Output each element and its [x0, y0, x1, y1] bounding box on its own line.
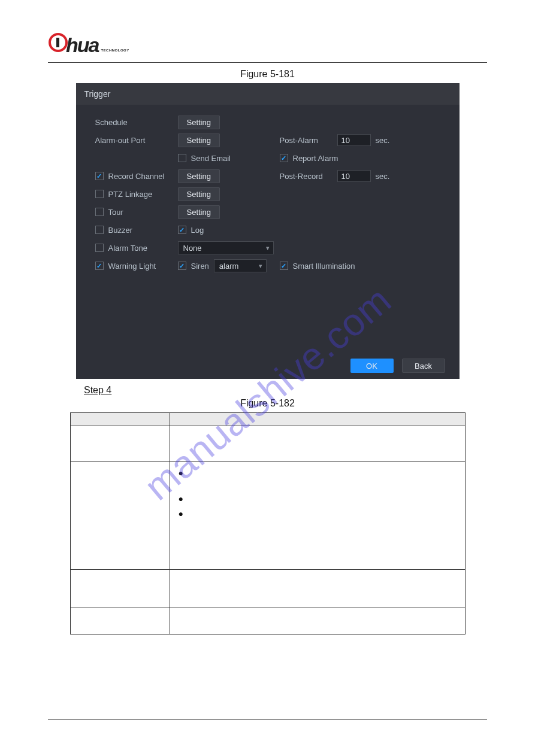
label-alarm-tone: Alarm Tone	[108, 244, 148, 253]
schedule-setting-button[interactable]: Setting	[178, 116, 220, 129]
label-tour: Tour	[108, 208, 123, 217]
bullet-icon: ●	[176, 491, 459, 506]
table-row	[70, 570, 465, 608]
tour-checkbox[interactable]	[95, 208, 104, 216]
figure-caption-2: Figure 5-182	[48, 398, 487, 409]
header-rule: hua TECHNOLOGY	[48, 30, 487, 63]
logo-at-icon	[48, 32, 68, 57]
label-report-alarm: Report Alarm	[293, 154, 338, 163]
label-buzzer: Buzzer	[108, 226, 132, 235]
label-sec-2: sec.	[376, 172, 390, 181]
ptz-linkage-checkbox[interactable]	[95, 190, 104, 198]
record-channel-checkbox[interactable]	[95, 172, 104, 180]
parameter-table: ● ● ●	[70, 412, 466, 634]
ok-button[interactable]: OK	[350, 359, 394, 373]
figure-caption-1: Figure 5-181	[48, 69, 487, 80]
label-warning-light: Warning Light	[108, 262, 156, 271]
label-ptz-linkage: PTZ Linkage	[108, 190, 153, 199]
trigger-dialog: Trigger Schedule Setting Alarm-out Port …	[76, 83, 460, 379]
step-4-heading: Step 4	[84, 385, 487, 396]
report-alarm-checkbox[interactable]	[280, 154, 288, 162]
label-alarm-out-port: Alarm-out Port	[95, 136, 146, 145]
label-schedule: Schedule	[95, 118, 128, 127]
table-row	[70, 608, 465, 634]
log-checkbox[interactable]	[178, 226, 186, 234]
siren-select[interactable]: alarm	[214, 259, 267, 272]
table-row: ● ● ●	[70, 462, 465, 570]
post-alarm-input[interactable]	[337, 134, 371, 146]
warning-light-checkbox[interactable]	[95, 262, 104, 270]
buzzer-checkbox[interactable]	[95, 226, 104, 234]
table-header-cell	[70, 413, 170, 426]
table-row	[70, 426, 465, 462]
footer-rule	[48, 719, 487, 720]
dialog-title: Trigger	[76, 83, 460, 105]
brand-logo: hua TECHNOLOGY	[48, 32, 487, 57]
bullet-icon: ●	[176, 466, 459, 481]
label-send-email: Send Email	[191, 154, 231, 163]
alarm-out-setting-button[interactable]: Setting	[178, 133, 220, 147]
bullet-icon: ●	[176, 506, 459, 521]
siren-checkbox[interactable]	[178, 262, 186, 270]
label-siren: Siren	[191, 262, 209, 271]
label-record-channel: Record Channel	[108, 172, 165, 181]
smart-illumination-checkbox[interactable]	[280, 262, 288, 270]
label-log: Log	[191, 226, 204, 235]
label-post-record: Post-Record	[280, 172, 333, 181]
label-smart-illumination: Smart Illumination	[293, 262, 355, 271]
tour-setting-button[interactable]: Setting	[178, 205, 220, 219]
svg-rect-1	[56, 38, 59, 47]
logo-subtext: TECHNOLOGY	[101, 48, 129, 52]
label-sec-1: sec.	[376, 136, 390, 145]
ptz-setting-button[interactable]: Setting	[178, 187, 220, 201]
label-post-alarm: Post-Alarm	[280, 136, 333, 145]
logo-text: hua	[66, 34, 98, 57]
post-record-input[interactable]	[337, 170, 371, 182]
alarm-tone-checkbox[interactable]	[95, 244, 104, 252]
record-channel-setting-button[interactable]: Setting	[178, 169, 220, 183]
alarm-tone-select[interactable]: None	[178, 241, 274, 254]
back-button[interactable]: Back	[402, 359, 445, 373]
table-header-cell	[170, 413, 465, 426]
send-email-checkbox[interactable]	[178, 154, 186, 162]
